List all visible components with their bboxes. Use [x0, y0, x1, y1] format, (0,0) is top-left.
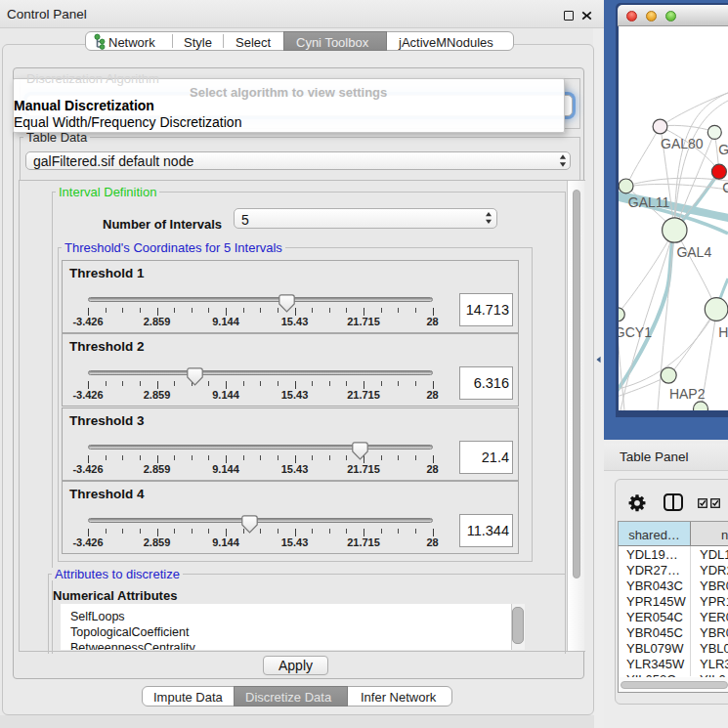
svg-text:H: H [718, 324, 728, 340]
svg-text:GAL11: GAL11 [628, 194, 670, 210]
svg-text:G.: G. [718, 142, 728, 157]
svg-text:GAL4: GAL4 [676, 244, 711, 260]
svg-text:C: C [722, 180, 728, 195]
svg-text:HAP2: HAP2 [669, 386, 706, 402]
svg-text:GAL80: GAL80 [661, 136, 704, 151]
svg-text:GCY1: GCY1 [619, 324, 652, 340]
